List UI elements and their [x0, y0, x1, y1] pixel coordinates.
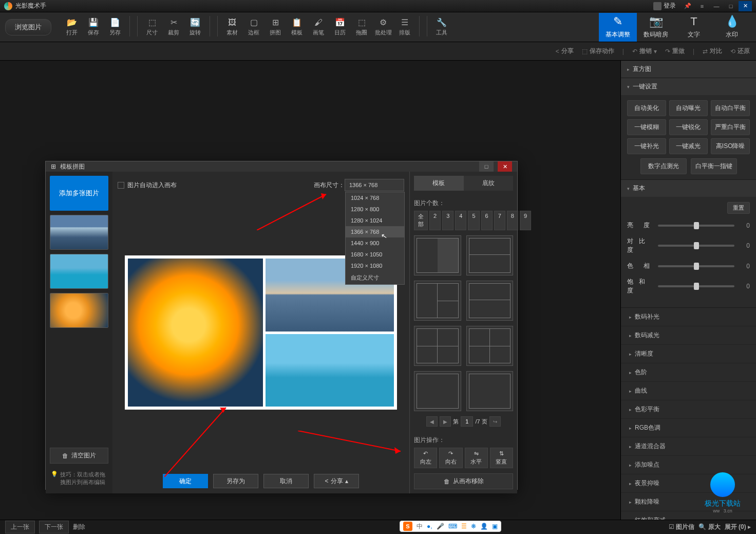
page-prev-button[interactable]: ◀: [426, 416, 438, 427]
delete-button[interactable]: 删除: [73, 523, 85, 531]
size-option[interactable]: 1024 × 768: [346, 192, 404, 204]
toolbar-工具[interactable]: 🔧工具: [431, 16, 452, 39]
slider-track[interactable]: [658, 225, 734, 227]
save-as-button[interactable]: 另存为: [213, 474, 258, 488]
zoom-original[interactable]: 🔍 原大: [698, 523, 720, 531]
canvas-size-dropdown[interactable]: 1366 × 768 1024 × 7681280 × 8001280 × 10…: [345, 179, 404, 191]
ime-mic-icon[interactable]: 🎤: [437, 523, 444, 530]
template-option[interactable]: [414, 235, 461, 275]
onekey-自动白平衡[interactable]: 自动白平衡: [711, 100, 750, 116]
slider-track[interactable]: [658, 245, 734, 247]
section-添加噪点[interactable]: ▸添加噪点: [621, 456, 756, 474]
tab-数码暗房[interactable]: 📷数码暗房: [637, 13, 675, 42]
toolbar-拖圈[interactable]: ⬚拖圈: [351, 16, 372, 39]
page-go-button[interactable]: ↪: [489, 416, 501, 427]
toolbar-模板[interactable]: 📋模板: [287, 16, 307, 39]
ime-keyboard-icon[interactable]: ⌨: [448, 523, 457, 530]
image-thumbnail[interactable]: [50, 293, 108, 328]
rotate-竖直[interactable]: ⇅竖直: [490, 448, 513, 468]
toolbar-边框[interactable]: ▢边框: [243, 16, 264, 39]
rotate-向右[interactable]: ↷向右: [439, 448, 462, 468]
collage-cell[interactable]: [266, 334, 394, 407]
count-filter-8[interactable]: 8: [507, 211, 518, 230]
next-image-button[interactable]: 下一张: [39, 521, 69, 533]
toolbar-尺寸[interactable]: ⬚尺寸: [142, 16, 162, 39]
count-filter-6[interactable]: 6: [481, 211, 493, 230]
slider-thumb[interactable]: [694, 283, 699, 290]
add-images-button[interactable]: 添加多张图片: [50, 176, 108, 211]
slider-thumb[interactable]: [694, 222, 699, 229]
browse-images-button[interactable]: 浏览图片: [5, 19, 51, 35]
ime-settings-icon[interactable]: ▣: [492, 523, 498, 530]
toolbar-画笔[interactable]: 🖌画笔: [308, 16, 329, 39]
remove-from-canvas-button[interactable]: 🗑从画布移除: [414, 473, 513, 489]
section-通道混合器[interactable]: ▸通道混合器: [621, 437, 756, 456]
size-option[interactable]: 1920 × 1080: [346, 260, 404, 271]
size-option[interactable]: 1366 × 768: [346, 226, 404, 237]
toolbar-批处理[interactable]: ⚙批处理: [373, 16, 393, 39]
collage-cell[interactable]: [128, 259, 263, 407]
toolbar-素材[interactable]: 🖼素材: [222, 16, 242, 39]
size-option[interactable]: 1280 × 800: [346, 204, 404, 215]
auto-fit-checkbox[interactable]: [118, 182, 124, 189]
section-色彩平衡[interactable]: ▸色彩平衡: [621, 400, 756, 419]
onekey-自动美化[interactable]: 自动美化: [627, 100, 666, 116]
pin-icon[interactable]: 📌: [681, 1, 694, 11]
toolbar-旋转[interactable]: 🔄旋转: [185, 16, 205, 39]
toolbar-另存[interactable]: 📄另存: [105, 16, 125, 39]
count-filter-7[interactable]: 7: [494, 211, 505, 230]
onekey-数字点测光[interactable]: 数字点测光: [640, 158, 687, 174]
ime-punct-icon[interactable]: ●,: [427, 523, 432, 530]
tab-文字[interactable]: T文字: [675, 13, 713, 42]
menu-icon[interactable]: ≡: [695, 1, 709, 11]
image-thumbnail[interactable]: [50, 254, 108, 289]
toolbar-拼图[interactable]: ⊞拼图: [265, 16, 286, 39]
template-option[interactable]: [466, 371, 514, 411]
dialog-maximize-button[interactable]: □: [479, 161, 494, 172]
section-onekey[interactable]: ▾一键设置: [621, 78, 756, 95]
share-button[interactable]: < 分享 ▴: [314, 474, 359, 488]
ime-menu-icon[interactable]: ☰: [461, 523, 467, 530]
size-option[interactable]: 1440 × 900: [346, 237, 404, 249]
tab-template[interactable]: 模板: [414, 176, 464, 191]
onekey-白平衡一指键[interactable]: 白平衡一指键: [691, 158, 737, 174]
slider-track[interactable]: [658, 285, 734, 287]
prev-image-button[interactable]: 上一张: [5, 521, 35, 533]
count-filter-全部[interactable]: 全部: [414, 211, 428, 230]
dialog-close-button[interactable]: ✕: [498, 161, 512, 172]
section-basic[interactable]: ▾基本: [621, 180, 756, 197]
section-RGB色调[interactable]: ▸RGB色调: [621, 419, 756, 437]
section-色阶[interactable]: ▸色阶: [621, 363, 756, 382]
template-option[interactable]: [466, 235, 514, 275]
toolbar-排版[interactable]: ☰排版: [394, 16, 415, 39]
tab-基本调整[interactable]: ✎基本调整: [599, 13, 637, 42]
ime-tool-icon[interactable]: ❋: [471, 523, 476, 530]
tab-texture[interactable]: 底纹: [464, 176, 514, 191]
toolbar-日历[interactable]: 📅日历: [330, 16, 350, 39]
template-option[interactable]: [414, 326, 461, 366]
section-数码补光[interactable]: ▸数码补光: [621, 308, 756, 326]
onekey-高ISO降噪[interactable]: 高ISO降噪: [711, 138, 750, 154]
size-option[interactable]: 1280 × 1024: [346, 215, 404, 226]
section-清晰度[interactable]: ▸清晰度: [621, 345, 756, 363]
size-option[interactable]: 1680 × 1050: [346, 249, 404, 260]
section-数码减光[interactable]: ▸数码减光: [621, 326, 756, 345]
onekey-自动曝光[interactable]: 自动曝光: [669, 100, 708, 116]
rotate-向左[interactable]: ↶向左: [414, 448, 437, 468]
cancel-button[interactable]: 取消: [263, 474, 309, 488]
onekey-一键补光[interactable]: 一键补光: [627, 138, 666, 154]
template-option[interactable]: [466, 326, 514, 366]
reset-button[interactable]: 重置: [727, 202, 750, 214]
count-filter-3[interactable]: 3: [442, 211, 453, 230]
onekey-一键模糊[interactable]: 一键模糊: [627, 119, 666, 135]
page-next-button[interactable]: ▶: [440, 416, 451, 427]
slider-thumb[interactable]: [694, 242, 699, 249]
onekey-一键锐化[interactable]: 一键锐化: [669, 119, 708, 135]
section-曲线[interactable]: ▸曲线: [621, 382, 756, 400]
close-icon[interactable]: ✕: [739, 1, 752, 11]
login-button[interactable]: 登录: [653, 2, 676, 10]
onekey-一键减光[interactable]: 一键减光: [669, 138, 708, 154]
image-thumbnail[interactable]: [50, 215, 108, 250]
count-filter-9[interactable]: 9: [520, 211, 531, 230]
count-filter-2[interactable]: 2: [429, 211, 441, 230]
